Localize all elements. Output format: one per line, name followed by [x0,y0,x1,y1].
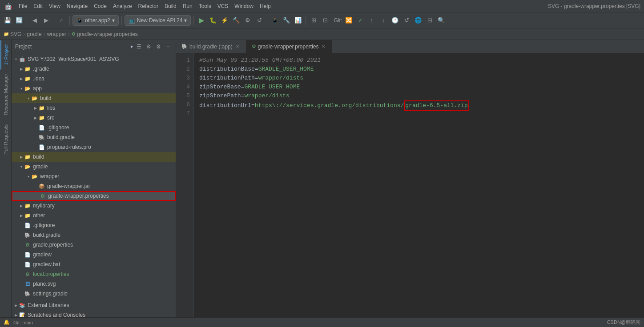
code-key-2: distributionBase [199,65,255,74]
scratches-icon: 📝 [19,311,26,317]
tree-root-build[interactable]: ▶ 📁 build [12,152,176,162]
tree-gradle-props[interactable]: ▶ ⚙ gradle.properties [12,240,176,250]
panel-settings-btn[interactable]: ⚙ [145,43,153,51]
tab-build-gradle[interactable]: 🐘 build.gradle (:app) ✕ [176,40,246,53]
tree-app-build-gradle[interactable]: ▶ 🐘 build.gradle [12,132,176,142]
toolbar-back-btn[interactable]: ◀ [30,16,40,25]
scratches-arrow: ▶ [13,312,19,317]
toolbar-sync-btn[interactable]: 🔄 [14,16,24,25]
tree-mylibrary[interactable]: ▶ 📁 mylibrary [12,201,176,211]
profiler-btn[interactable]: 📊 [293,16,303,25]
tree-src[interactable]: ▶ 📁 src [12,113,176,123]
menu-help[interactable]: Help [257,2,274,10]
panel-close-btn[interactable]: − [164,43,172,51]
menu-file[interactable]: File [16,2,30,10]
tab-gradle-wrapper-props[interactable]: ⚙ gradle-wrapper.properties ✕ [246,40,333,53]
api-selector[interactable]: 📺 New Device API 24 ▾ [125,15,191,26]
menu-vcs[interactable]: VCS [215,2,231,10]
panel-gear-btn[interactable]: ⚙ [154,43,162,51]
tree-app[interactable]: ▾ 📂 app [12,84,176,93]
tree-app-build[interactable]: ▾ 📂 build [12,93,176,103]
dropdown-icon: ▾ [130,44,133,50]
reload-btn[interactable]: ↺ [254,16,264,25]
code-val-2: GRADLE_USER_HOME [258,65,314,74]
menu-build[interactable]: Build [162,2,179,10]
tree-wrapper[interactable]: ▾ 📂 wrapper [12,171,176,181]
menu-window[interactable]: Window [232,2,256,10]
tree-idea[interactable]: ▶ 📁 .idea [12,74,176,84]
project-tab-label[interactable]: 1: Project [0,40,11,69]
tree-gradle-root[interactable]: ▾ 📂 gradle [12,162,176,171]
code-equals-5: = [241,92,245,100]
external-libs-icon: 📚 [19,302,26,309]
breadcrumb-file[interactable]: ⚙ gradle-wrapper.properties [72,31,138,37]
profile-btn[interactable]: ⚡ [220,16,229,25]
pull-requests-tab-label[interactable]: Pull Requests [1,120,11,159]
menu-navigate[interactable]: Navigate [64,2,90,10]
apply-changes-btn[interactable]: ⚙ [243,16,253,25]
menu-run[interactable]: Run [180,2,195,10]
menu-view[interactable]: View [46,2,63,10]
tree-gradle-hidden[interactable]: ▶ 📁 .gradle [12,64,176,74]
avd-btn[interactable]: 📱 [270,16,280,25]
external-libs-arrow: ▶ [13,303,19,308]
root-arrow: ▾ [13,56,19,62]
chevron-down-icon-2: ▾ [184,17,187,24]
wrapper-folder-icon: 📂 [31,173,38,180]
breadcrumb-svg[interactable]: 📁 SVG [4,31,21,37]
toolbar-home-btn[interactable]: ⌂ [57,16,67,25]
git-undo-btn[interactable]: ↺ [402,16,411,25]
bottom-status[interactable]: 🔔 [4,319,10,325]
toolbar-save-btn[interactable]: 💾 [3,16,12,25]
tree-external-libs[interactable]: ▶ 📚 External Libraries [12,300,176,310]
terminal-btn[interactable]: ⊞ [309,16,318,25]
code-content[interactable]: #Sun May 09 21:28:55 GMT+08:00 2021 dist… [194,53,644,317]
tree-local-props[interactable]: ▶ ⚙ local.properties [12,269,176,279]
tree-root[interactable]: ▾ 🤖 SVG Y:\002_WorkSpace\001_AS\SVG [12,54,176,64]
debug-btn[interactable]: 🐛 [208,16,218,25]
sdk-btn[interactable]: 🔧 [282,16,291,25]
tree-gradlew[interactable]: ▶ 📄 gradlew [12,250,176,259]
breadcrumb-wrapper[interactable]: wrapper [47,31,66,37]
git-settings-btn[interactable]: ⊟ [425,16,435,25]
git-history-btn[interactable]: 🕐 [390,16,400,25]
build-btn[interactable]: 🔨 [231,16,241,25]
tree-other[interactable]: ▶ 📁 other [12,211,176,220]
tree-gradlew-bat[interactable]: ▶ 📄 gradlew.bat [12,259,176,269]
tab-build-gradle-close[interactable]: ✕ [234,44,241,50]
search-btn[interactable]: 🔍 [436,16,446,25]
menu-code[interactable]: Code [91,2,109,10]
tree-proguard[interactable]: ▶ 📄 proguard-rules.pro [12,142,176,152]
line-num-2: 2 [178,65,190,74]
tree-gradle-jar[interactable]: ▶ 📦 gradle-wrapper.jar [12,181,176,191]
tree-app-gitignore[interactable]: ▶ 📄 .gitignore [12,123,176,132]
git-branch-btn[interactable]: 🔀 [344,16,354,25]
git-pull-btn[interactable]: ↓ [378,16,388,25]
git-commit-btn[interactable]: ✓ [355,16,365,25]
menu-analyze[interactable]: Analyze [110,2,135,10]
tree-plane-svg[interactable]: ▶ 🖼 plane.svg [12,279,176,289]
menu-refactor[interactable]: Refactor [136,2,161,10]
tree-root-gitignore[interactable]: ▶ 📄 .gitignore [12,220,176,230]
menu-edit[interactable]: Edit [31,2,45,10]
run-btn[interactable]: ▶ [197,16,206,25]
device-selector[interactable]: 📱 other.app2 ▾ [72,15,119,26]
panel-expand-btn[interactable]: ☰ [135,43,143,51]
tree-settings-gradle[interactable]: ▶ 🐘 settings.gradle [12,289,176,299]
resource-manager-tab-label[interactable]: Resource Manager [1,69,11,120]
code-val-3: wrapper/dists [258,74,303,83]
tree-libs[interactable]: ▶ 📁 libs [12,103,176,113]
breadcrumb-gradle[interactable]: gradle [27,31,41,37]
menu-tools[interactable]: Tools [196,2,214,10]
local-props-label: local.properties [33,271,69,277]
root-build-label: build [33,154,44,160]
git-push-btn[interactable]: ↑ [367,16,377,25]
tree-root-build-gradle[interactable]: ▶ 🐘 build.gradle [12,230,176,240]
git-remote-btn[interactable]: 🌐 [413,16,423,25]
tab-gradle-wrapper-close[interactable]: ✕ [320,44,326,50]
toolbar-forward-btn[interactable]: ▶ [41,16,51,25]
tree-scratches[interactable]: ▶ 📝 Scratches and Consoles [12,310,176,317]
layout-btn[interactable]: ⊡ [320,16,330,25]
bottom-git[interactable]: Git: main [13,320,33,325]
tree-gradle-properties[interactable]: ▶ ⚙ gradle-wrapper.properties [12,191,176,201]
